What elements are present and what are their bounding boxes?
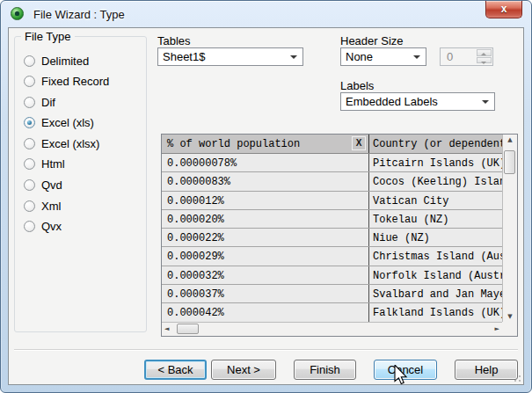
table-row: 0.000020% Tokelau (NZ) (162, 210, 502, 229)
country-cell: Cocos (Keeling) Island (369, 172, 502, 190)
column-header-population[interactable]: % of world population X (162, 135, 369, 153)
header-size-combobox-value: None (346, 50, 373, 63)
title-bar[interactable]: File Wizard : Type x (1, 1, 531, 27)
file-type-radio-option[interactable]: Fixed Record (24, 75, 109, 89)
radio-button-icon (24, 97, 35, 108)
pct-cell: 0.000012% (162, 192, 369, 209)
radio-option-label: Delimited (41, 55, 89, 68)
pct-cell: 0.00000078% (162, 154, 369, 171)
labels-combobox-value: Embedded Labels (346, 95, 438, 108)
resize-grip-icon[interactable] (513, 374, 521, 382)
close-icon: x (501, 3, 507, 15)
pct-cell: 0.000032% (162, 266, 369, 284)
country-cell: Niue (NZ) (369, 229, 502, 246)
country-cell: Svalbard and Jan Mayen (369, 285, 502, 302)
file-type-radio-option[interactable]: Qvx (24, 220, 109, 234)
radio-option-label: Excel (xls) (41, 116, 94, 129)
table-body: 0.00000078% Pitcairn Islands (UK) 0.0000… (162, 154, 502, 322)
scroll-right-icon[interactable]: ► (495, 325, 499, 332)
pct-cell: 0.000037% (162, 285, 369, 302)
column-close-icon[interactable]: X (352, 136, 366, 150)
file-type-radio-option[interactable]: Excel (xlsx) (24, 136, 109, 150)
table-row: 0.000032% Norfolk Island (Austra (162, 266, 502, 285)
data-preview-table: % of world population X Country (or depe… (161, 134, 518, 337)
country-cell: Pitcairn Islands (UK) (369, 154, 502, 171)
file-type-radio-option[interactable]: Xml (24, 199, 109, 213)
column-header-population-text: % of world population (167, 138, 300, 150)
spinner-down-icon[interactable] (477, 57, 492, 64)
radio-button-icon (24, 117, 35, 128)
dialog-body: File Type Delimited Fixed Record Dif Exc… (8, 27, 524, 385)
file-type-radio-option[interactable]: Excel (xls) (24, 116, 109, 130)
back-button[interactable]: < Back (144, 360, 207, 380)
scroll-down-icon[interactable]: ▼ (503, 313, 517, 320)
radio-option-label: Qvx (41, 220, 62, 233)
radio-button-icon (24, 221, 35, 232)
file-type-radio-option[interactable]: Dif (24, 95, 109, 109)
radio-option-label: Html (41, 157, 65, 171)
radio-button-icon (24, 138, 35, 149)
tables-combobox-value: Sheet1$ (163, 50, 205, 63)
file-type-legend: File Type (21, 30, 75, 43)
spinner-up-icon[interactable] (477, 49, 492, 56)
file-type-radio-option[interactable]: Qvd (24, 178, 109, 193)
spinner-buttons (477, 49, 492, 64)
country-cell: Tokelau (NZ) (369, 210, 502, 228)
table-row: 0.000029% Christmas Island (Aust (162, 247, 502, 266)
scroll-left-icon[interactable]: ◄ (164, 325, 169, 332)
pct-cell: 0.000029% (162, 247, 369, 265)
column-header-country[interactable]: Country (or dependent (369, 135, 502, 153)
horizontal-scrollbar[interactable]: ◄ ► (162, 322, 502, 336)
labels-label: Labels (340, 79, 374, 92)
scrollbar-corner (502, 322, 517, 336)
scroll-up-icon[interactable]: ▲ (503, 136, 517, 143)
tables-combobox[interactable]: Sheet1$ (157, 47, 303, 66)
pct-cell: 0.0000083% (162, 172, 369, 190)
vertical-scrollbar-thumb[interactable] (504, 150, 515, 174)
file-type-radio-list: Delimited Fixed Record Dif Excel (xls) E… (24, 54, 109, 234)
radio-button-icon (24, 179, 35, 191)
labels-combobox[interactable]: Embedded Labels (340, 92, 495, 111)
country-cell: Norfolk Island (Austra (369, 266, 502, 284)
vertical-scrollbar[interactable]: ▲ ▼ (502, 135, 517, 322)
qlikview-app-icon (11, 7, 24, 20)
button-separator (14, 349, 518, 351)
file-type-radio-option[interactable]: Delimited (24, 54, 109, 68)
pct-cell: 0.000022% (162, 229, 369, 246)
country-cell: Vatican City (369, 192, 502, 209)
table-row: 0.000042% Falkland Islands (UK) (162, 303, 502, 322)
radio-option-label: Dif (41, 96, 55, 109)
tables-label: Tables (157, 34, 191, 47)
table-row: 0.000012% Vatican City (162, 192, 502, 210)
radio-option-label: Xml (41, 200, 61, 213)
close-button[interactable]: x (485, 0, 522, 18)
file-type-group: File Type Delimited Fixed Record Dif Exc… (14, 36, 147, 332)
country-cell: Falkland Islands (UK) (369, 303, 502, 321)
file-wizard-dialog: File Wizard : Type x File Type Delimited… (0, 0, 532, 393)
column-header-country-text: Country (or dependent (373, 138, 502, 150)
radio-button-icon (24, 158, 35, 170)
header-size-spinner-value: 0 (447, 50, 453, 63)
radio-button-icon (24, 76, 35, 87)
pct-cell: 0.000042% (162, 303, 369, 321)
table-row: 0.00000078% Pitcairn Islands (UK) (162, 154, 502, 172)
radio-option-label: Excel (xlsx) (41, 137, 99, 150)
table-header-row: % of world population X Country (or depe… (162, 135, 502, 154)
file-type-radio-option[interactable]: Html (24, 157, 109, 171)
radio-button-icon (24, 55, 35, 67)
header-size-spinner[interactable]: 0 (440, 47, 493, 66)
table-row: 0.0000083% Cocos (Keeling) Island (162, 172, 502, 191)
radio-button-icon (24, 200, 35, 212)
header-size-combobox[interactable]: None (340, 47, 426, 66)
cancel-button[interactable]: Cancel (374, 360, 437, 380)
radio-option-label: Qvd (41, 178, 62, 192)
finish-button[interactable]: Finish (294, 360, 356, 380)
window-title: File Wizard : Type (33, 8, 125, 21)
pct-cell: 0.000020% (162, 210, 369, 228)
table-row: 0.000022% Niue (NZ) (162, 229, 502, 247)
radio-option-label: Fixed Record (41, 75, 109, 88)
help-button[interactable]: Help (455, 360, 518, 380)
country-cell: Christmas Island (Aust (369, 247, 502, 265)
horizontal-scrollbar-thumb[interactable] (177, 324, 199, 334)
next-button[interactable]: Next > (211, 360, 276, 380)
